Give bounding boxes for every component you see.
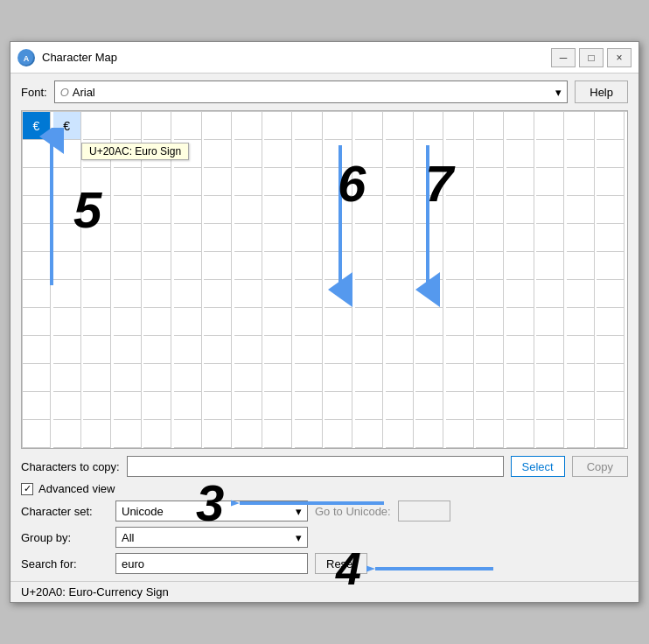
char-cell[interactable] [386,308,414,336]
char-cell[interactable] [174,252,202,280]
char-cell[interactable] [174,168,202,196]
char-cell[interactable] [567,336,595,364]
char-cell[interactable] [355,420,383,448]
char-cell[interactable] [536,196,564,224]
char-cell[interactable] [324,112,352,140]
char-cell[interactable] [143,224,171,252]
char-cell[interactable] [23,364,51,392]
char-cell[interactable] [234,140,262,168]
char-cell[interactable] [264,336,292,364]
char-cell[interactable] [53,168,81,196]
search-input[interactable] [115,553,308,574]
char-cell[interactable] [597,196,625,224]
char-cell[interactable] [324,364,352,392]
char-cell[interactable] [446,392,474,420]
char-cell[interactable] [324,392,352,420]
reset-button[interactable]: Reset [315,553,367,574]
char-cell[interactable] [204,112,232,140]
char-cell[interactable] [204,308,232,336]
char-cell[interactable] [324,196,352,224]
char-cell[interactable] [295,252,323,280]
char-cell[interactable] [386,392,414,420]
char-cell[interactable] [295,168,323,196]
char-cell[interactable] [143,420,171,448]
char-cell[interactable] [234,252,262,280]
char-cell[interactable] [114,280,142,308]
char-cell[interactable] [23,420,51,448]
char-cell[interactable] [174,308,202,336]
char-cell[interactable] [53,252,81,280]
char-cell[interactable] [23,392,51,420]
char-cell[interactable]: € [53,112,81,140]
char-cell[interactable] [295,420,323,448]
char-cell[interactable] [567,112,595,140]
char-cell[interactable] [386,168,414,196]
char-cell[interactable] [53,364,81,392]
char-cell[interactable] [567,196,595,224]
char-cell[interactable] [174,224,202,252]
char-cell[interactable] [386,364,414,392]
char-cell[interactable] [23,140,51,168]
char-cell[interactable] [415,308,443,336]
char-cell[interactable] [415,112,443,140]
char-cell[interactable] [567,308,595,336]
minimize-button[interactable]: ─ [551,48,576,67]
char-cell[interactable] [324,336,352,364]
char-cell[interactable] [536,420,564,448]
char-cell[interactable] [415,168,443,196]
char-set-dropdown[interactable]: Unicode ▾ [115,500,308,522]
char-cell[interactable] [264,392,292,420]
char-cell[interactable] [506,336,534,364]
char-cell[interactable] [143,280,171,308]
char-cell[interactable] [415,280,443,308]
go-to-unicode-input[interactable] [398,500,450,522]
char-cell[interactable] [476,196,504,224]
char-cell[interactable] [597,168,625,196]
char-cell[interactable] [415,224,443,252]
char-cell[interactable] [53,392,81,420]
char-cell[interactable] [415,252,443,280]
char-cell[interactable] [506,196,534,224]
char-cell[interactable] [295,280,323,308]
char-cell[interactable] [597,336,625,364]
char-cell[interactable] [83,392,111,420]
char-cell[interactable] [536,224,564,252]
char-cell[interactable] [597,112,625,140]
char-cell[interactable] [506,308,534,336]
char-cell[interactable] [143,336,171,364]
char-cell[interactable] [386,196,414,224]
char-cell[interactable] [446,168,474,196]
char-cell[interactable] [264,140,292,168]
char-cell[interactable] [234,196,262,224]
char-cell[interactable] [83,364,111,392]
char-cell[interactable] [476,308,504,336]
char-cell[interactable] [264,280,292,308]
char-cell[interactable] [264,364,292,392]
char-cell[interactable] [204,336,232,364]
copy-button[interactable]: Copy [572,456,628,477]
char-cell[interactable] [174,364,202,392]
char-cell[interactable] [476,336,504,364]
char-cell[interactable] [597,280,625,308]
char-cell[interactable] [234,168,262,196]
char-cell[interactable] [476,280,504,308]
char-cell[interactable] [567,252,595,280]
char-cell[interactable] [597,308,625,336]
char-cell[interactable] [204,280,232,308]
char-cell[interactable] [415,420,443,448]
char-cell[interactable] [506,112,534,140]
char-cell[interactable] [567,392,595,420]
char-cell[interactable] [264,308,292,336]
char-cell[interactable] [415,140,443,168]
char-cell[interactable] [355,280,383,308]
char-cell[interactable] [536,252,564,280]
char-cell[interactable] [355,252,383,280]
char-cell[interactable] [355,336,383,364]
char-cell[interactable] [567,364,595,392]
char-cell[interactable] [204,140,232,168]
char-cell[interactable] [536,140,564,168]
char-cell[interactable] [264,168,292,196]
char-cell[interactable] [204,392,232,420]
char-cell[interactable] [536,336,564,364]
char-cell[interactable] [53,420,81,448]
